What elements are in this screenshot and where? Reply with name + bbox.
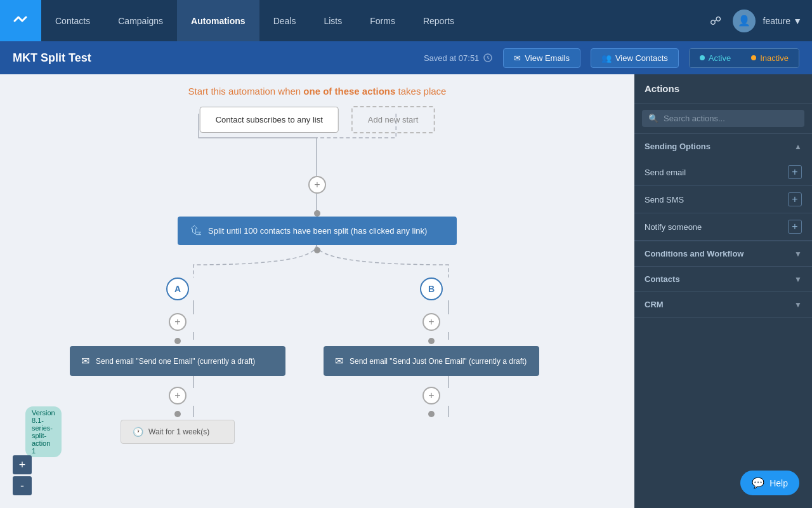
- contacts-icon: 👥: [601, 53, 612, 63]
- inactive-status-button[interactable]: Inactive: [741, 49, 799, 67]
- saved-info: Saved at 07:51: [424, 53, 493, 63]
- connectors-svg: [0, 74, 634, 508]
- active-status-button[interactable]: Active: [690, 49, 741, 67]
- nav-right: ☍ 👤 feature ▼: [706, 10, 812, 32]
- help-icon: 💬: [752, 477, 764, 489]
- branch-b-label: B: [420, 277, 443, 300]
- add-step-button-b[interactable]: +: [422, 313, 440, 331]
- email-icon: ✉: [514, 53, 521, 63]
- chevron-down-icon-contacts: ▼: [794, 275, 802, 284]
- version-badge: Version 8.1-series-split-action 1: [25, 406, 62, 457]
- nav-item-reports[interactable]: Reports: [409, 0, 468, 41]
- clock-icon-wait: 🕐: [133, 427, 143, 437]
- sending-options-header[interactable]: Sending Options ▲: [634, 134, 812, 159]
- zoom-in-button[interactable]: +: [13, 455, 32, 474]
- sending-options-section: Sending Options ▲ Send email + Send SMS …: [634, 134, 812, 241]
- right-panel: Actions 🔍 Sending Options ▲ Send email +…: [634, 74, 812, 508]
- connector-dot-a: [174, 338, 181, 344]
- status-group: Active Inactive: [689, 48, 799, 68]
- main-layout: Start this automation when one of these …: [0, 74, 812, 508]
- chevron-down-icon-cw: ▼: [794, 250, 802, 258]
- branch-a-label: A: [166, 277, 189, 300]
- nav-item-campaigns[interactable]: Campaigns: [104, 0, 177, 41]
- split-icon: ⮴: [190, 224, 202, 237]
- avatar[interactable]: 👤: [733, 10, 756, 32]
- email-icon-b: ✉: [335, 355, 343, 367]
- logo-button[interactable]: [0, 0, 41, 41]
- send-email-item[interactable]: Send email +: [634, 159, 812, 186]
- send-sms-item[interactable]: Send SMS +: [634, 186, 812, 213]
- add-notify-button[interactable]: +: [788, 220, 802, 234]
- add-send-sms-button[interactable]: +: [788, 192, 802, 206]
- search-icon[interactable]: ☍: [706, 10, 725, 32]
- subheader: MKT Split Test Saved at 07:51 ✉ View Ema…: [0, 41, 812, 74]
- search-icon-panel: 🔍: [648, 114, 658, 123]
- view-contacts-button[interactable]: 👥 View Contacts: [591, 48, 679, 68]
- inactive-dot: [751, 55, 756, 60]
- connector-dot-main: [314, 210, 320, 217]
- nav-item-contacts[interactable]: Contacts: [41, 0, 104, 41]
- add-step-button-b-2[interactable]: +: [422, 387, 440, 404]
- crm-section: CRM ▼: [634, 292, 812, 318]
- conditions-workflow-section: Conditions and Workflow ▼: [634, 241, 812, 267]
- email-node-b[interactable]: ✉ Send email "Send Just One Email" (curr…: [324, 346, 539, 376]
- chevron-down-icon: ▼: [793, 16, 802, 26]
- wait-node-a[interactable]: 🕐 Wait for 1 week(s): [121, 420, 235, 444]
- notify-someone-item[interactable]: Notify someone +: [634, 213, 812, 241]
- add-step-button-a-2[interactable]: +: [169, 387, 187, 404]
- panel-search-area: 🔍: [634, 104, 812, 134]
- conditions-workflow-header[interactable]: Conditions and Workflow ▼: [634, 241, 812, 266]
- nav-item-deals[interactable]: Deals: [259, 0, 310, 41]
- start-automation-text: Start this automation when one of these …: [188, 86, 447, 97]
- active-dot: [700, 55, 705, 60]
- nav-item-forms[interactable]: Forms: [356, 0, 409, 41]
- nav-items: Contacts Campaigns Automations Deals Lis…: [41, 0, 706, 41]
- search-input[interactable]: [664, 114, 798, 123]
- crm-section-header[interactable]: CRM ▼: [634, 292, 812, 317]
- zoom-out-button[interactable]: -: [13, 476, 32, 495]
- page-title: MKT Split Test: [13, 51, 414, 65]
- user-menu[interactable]: feature ▼: [763, 16, 802, 26]
- add-new-start-box[interactable]: Add new start: [351, 106, 435, 133]
- contacts-section-header[interactable]: Contacts ▼: [634, 267, 812, 291]
- search-input-wrapper[interactable]: 🔍: [642, 110, 804, 127]
- chevron-up-icon: ▲: [794, 142, 802, 151]
- view-emails-button[interactable]: ✉ View Emails: [503, 48, 580, 68]
- connector-dot-split-bottom: [314, 247, 320, 253]
- help-button[interactable]: 💬 Help: [740, 471, 799, 495]
- automation-canvas[interactable]: Start this automation when one of these …: [0, 74, 634, 508]
- nav-item-lists[interactable]: Lists: [310, 0, 356, 41]
- split-node[interactable]: ⮴ Split until 100 contacts have been spl…: [178, 217, 457, 245]
- add-send-email-button[interactable]: +: [788, 165, 802, 179]
- nav-item-automations[interactable]: Automations: [177, 0, 259, 41]
- add-step-button-a[interactable]: +: [169, 313, 187, 331]
- trigger-subscribe-box[interactable]: Contact subscribes to any list: [200, 107, 339, 133]
- chevron-down-icon-crm: ▼: [794, 300, 802, 309]
- top-navigation: Contacts Campaigns Automations Deals Lis…: [0, 0, 812, 41]
- connector-dot-a-2: [174, 411, 181, 417]
- email-icon-a: ✉: [81, 355, 89, 367]
- contacts-section: Contacts ▼: [634, 267, 812, 292]
- connector-dot-b-2: [428, 411, 435, 417]
- panel-header: Actions: [634, 74, 812, 104]
- connector-dot-b: [428, 338, 435, 344]
- email-node-a[interactable]: ✉ Send email "Send one Email" (currently…: [70, 346, 285, 376]
- add-step-button-main[interactable]: +: [308, 176, 326, 194]
- clock-icon: [483, 53, 493, 63]
